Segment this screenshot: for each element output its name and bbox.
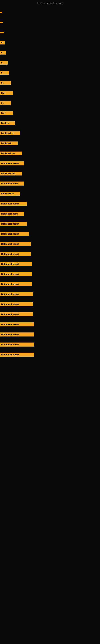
bottleneck-result-label[interactable]: Bottleneck result	[0, 262, 32, 266]
list-item: Bottleneck result	[0, 289, 100, 299]
bottleneck-result-label[interactable]: B	[0, 41, 5, 44]
bottleneck-result-label[interactable]: Bott	[0, 111, 13, 115]
bottleneck-result-label[interactable]: B	[0, 22, 3, 23]
list-item: B	[0, 38, 100, 48]
bottleneck-result-label[interactable]: Bottleneck result	[0, 332, 34, 336]
list-item: B	[0, 58, 100, 68]
list-item: Bottleneck result	[0, 350, 100, 360]
list-item: Bo	[0, 98, 100, 108]
list-item: Bottleneck result	[0, 229, 100, 239]
bottleneck-result-label[interactable]: Bottleneck result	[0, 322, 34, 326]
bottleneck-result-label[interactable]: Bottleneck result	[0, 162, 24, 166]
list-item: Bottleneck result	[0, 269, 100, 279]
list-item: Bottleneck result	[0, 249, 100, 259]
list-item: Bottleneck result	[0, 330, 100, 340]
list-item	[0, 8, 100, 18]
list-item: Bottleneck result	[0, 219, 100, 229]
list-item: Bottleneck res	[0, 168, 100, 178]
list-item: Bottleneck	[0, 138, 100, 148]
list-item: Bottleneck result	[0, 239, 100, 249]
list-item: Bottleneck re	[0, 188, 100, 199]
list-item: Bo	[0, 78, 100, 88]
list-item: Bottleneck resul	[0, 178, 100, 188]
list-item: B	[0, 18, 100, 28]
list-item: Bott	[0, 108, 100, 118]
bottleneck-result-label[interactable]: B	[0, 32, 4, 34]
bottleneck-result-label[interactable]: Bottleneck res	[0, 152, 22, 155]
bottleneck-result-label[interactable]: Bottleneck re	[0, 132, 20, 135]
bottleneck-result-label[interactable]: Bottleneck res	[0, 172, 22, 176]
bottleneck-result-label[interactable]: Bott	[0, 91, 13, 95]
list-item: Bottleneck result	[0, 279, 100, 289]
list-item: Bott	[0, 88, 100, 98]
bottleneck-result-label[interactable]: Bottleneck result	[0, 272, 32, 276]
list-item: B	[0, 68, 100, 78]
bottleneck-result-label[interactable]: Bottleneck result	[0, 312, 33, 316]
bottleneck-result-label[interactable]: Bottleneck resul	[0, 182, 24, 186]
list-item: B	[0, 28, 100, 38]
list-item: Bottleneck resu	[0, 209, 100, 219]
bottleneck-result-label[interactable]: Bottleneck result	[0, 352, 34, 356]
site-title: TheBottlenecker.com	[0, 0, 100, 6]
bottleneck-result-label[interactable]: B	[0, 71, 9, 75]
bottleneck-result-label[interactable]: Bo	[0, 101, 11, 105]
bottleneck-result-label[interactable]: Bottleneck result	[0, 252, 31, 256]
items-container: BBBBBBBoBottBoBottBottleneBottleneck reB…	[0, 6, 100, 362]
list-item: Bottleneck res	[0, 148, 100, 158]
bottleneck-result-label[interactable]: Bottleneck resu	[0, 212, 24, 216]
list-item: Bottlene	[0, 118, 100, 128]
bottleneck-result-label[interactable]: Bottleneck	[0, 142, 18, 145]
list-item: Bottleneck result	[0, 199, 100, 209]
list-item: B	[0, 48, 100, 58]
bottleneck-result-label[interactable]: Bottleneck result	[0, 232, 29, 236]
bottleneck-result-label[interactable]: Bottleneck result	[0, 282, 32, 286]
bottleneck-result-label[interactable]: Bottleneck result	[0, 242, 31, 246]
bottleneck-result-label[interactable]: B	[0, 51, 6, 54]
list-item: Bottleneck result	[0, 320, 100, 330]
bottleneck-result-label[interactable]: Bottlene	[0, 121, 15, 125]
bottleneck-result-label[interactable]: Bottleneck result	[0, 222, 27, 226]
bottleneck-result-label[interactable]: Bottleneck result	[0, 302, 33, 306]
list-item: Bottleneck result	[0, 158, 100, 168]
list-item: Bottleneck result	[0, 340, 100, 350]
bottleneck-result-label[interactable]: Bottleneck re	[0, 192, 20, 196]
list-item: Bottleneck re	[0, 128, 100, 138]
bottleneck-result-label[interactable]: Bo	[0, 81, 11, 85]
bottleneck-result-label[interactable]: Bottleneck result	[0, 292, 33, 296]
bottleneck-result-label[interactable]: Bottleneck result	[0, 202, 27, 206]
bottleneck-result-label[interactable]	[0, 12, 2, 13]
list-item: Bottleneck result	[0, 299, 100, 309]
list-item: Bottleneck result	[0, 259, 100, 269]
bottleneck-result-label[interactable]: B	[0, 61, 8, 64]
list-item: Bottleneck result	[0, 309, 100, 320]
bottleneck-result-label[interactable]: Bottleneck result	[0, 342, 34, 346]
